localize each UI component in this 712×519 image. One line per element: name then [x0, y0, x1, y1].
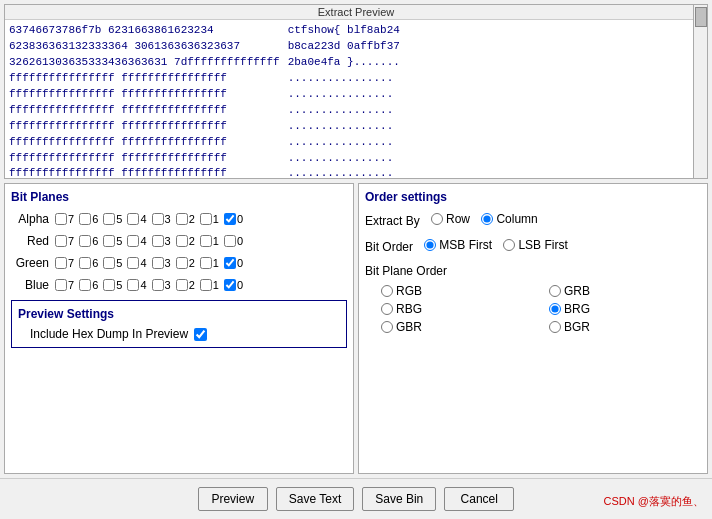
alpha-bit6: 6: [79, 213, 98, 225]
include-hex-checkbox[interactable]: [194, 328, 207, 341]
alpha-bits: 7 6 5 4 3 2 1 0: [55, 213, 246, 225]
green-bit7: 7: [55, 257, 74, 269]
red-bit0-cb[interactable]: [224, 235, 236, 247]
red-bit2-label: 2: [189, 235, 195, 247]
blue-bit7: 7: [55, 279, 74, 291]
msb-radio[interactable]: [424, 239, 436, 251]
green-row: Green 7 6 5 4 3 2 1 0: [11, 256, 347, 270]
preview-settings: Preview Settings Include Hex Dump In Pre…: [11, 300, 347, 348]
hex-preview-area: Extract Preview 63746673786f7b 623166386…: [4, 4, 708, 179]
alpha-bit6-cb[interactable]: [79, 213, 91, 225]
blue-bit1-cb[interactable]: [200, 279, 212, 291]
alpha-bit5-label: 5: [116, 213, 122, 225]
preview-settings-row: Include Hex Dump In Preview: [18, 327, 340, 341]
green-bit5-cb[interactable]: [103, 257, 115, 269]
alpha-bit6-label: 6: [92, 213, 98, 225]
alpha-bit2-cb[interactable]: [176, 213, 188, 225]
alpha-bit1-cb[interactable]: [200, 213, 212, 225]
bgr-radio[interactable]: [549, 321, 561, 333]
rbg-item: RBG: [381, 302, 533, 316]
extract-row-label: Row: [446, 212, 470, 226]
msb-label: MSB First: [439, 238, 492, 252]
hex-col1: 63746673786f7b 6231663861623234 62383636…: [9, 23, 280, 179]
alpha-bit7: 7: [55, 213, 74, 225]
blue-bit4-cb[interactable]: [127, 279, 139, 291]
green-bit6-cb[interactable]: [79, 257, 91, 269]
alpha-bit0-cb[interactable]: [224, 213, 236, 225]
green-bit3: 3: [152, 257, 171, 269]
alpha-bit4-cb[interactable]: [127, 213, 139, 225]
red-bit5-cb[interactable]: [103, 235, 115, 247]
watermark: CSDN @落寞的鱼、: [604, 494, 704, 509]
grb-radio[interactable]: [549, 285, 561, 297]
extract-col-radio[interactable]: [481, 213, 493, 225]
extract-row-radio[interactable]: [431, 213, 443, 225]
lsb-label: LSB First: [518, 238, 567, 252]
green-bit4-cb[interactable]: [127, 257, 139, 269]
msb-item: MSB First: [424, 238, 492, 252]
alpha-bit1-label: 1: [213, 213, 219, 225]
brg-item: BRG: [549, 302, 701, 316]
extract-col-item: Column: [481, 212, 537, 226]
red-bit2-cb[interactable]: [176, 235, 188, 247]
alpha-bit2-label: 2: [189, 213, 195, 225]
green-bit1-cb[interactable]: [200, 257, 212, 269]
gbr-label: GBR: [396, 320, 422, 334]
rbg-radio[interactable]: [381, 303, 393, 315]
brg-radio[interactable]: [549, 303, 561, 315]
green-bit2-cb[interactable]: [176, 257, 188, 269]
hex-content: 63746673786f7b 6231663861623234 62383636…: [5, 5, 707, 179]
alpha-bit7-cb[interactable]: [55, 213, 67, 225]
blue-bit3-cb[interactable]: [152, 279, 164, 291]
red-row: Red 7 6 5 4 3 2 1 0: [11, 234, 347, 248]
blue-bit0-cb[interactable]: [224, 279, 236, 291]
bit-order-group: Bit Order MSB First LSB First: [365, 238, 701, 254]
middle-section: Bit Planes Alpha 7 6 5 4 3 2 1 0 Red: [0, 179, 712, 478]
green-bit2: 2: [176, 257, 195, 269]
blue-bit5: 5: [103, 279, 122, 291]
red-bit4-cb[interactable]: [127, 235, 139, 247]
save-text-button[interactable]: Save Text: [276, 487, 354, 511]
blue-bit6-cb[interactable]: [79, 279, 91, 291]
lsb-radio[interactable]: [503, 239, 515, 251]
green-bit7-cb[interactable]: [55, 257, 67, 269]
alpha-bit7-label: 7: [68, 213, 74, 225]
alpha-bit3-label: 3: [165, 213, 171, 225]
red-bit3: 3: [152, 235, 171, 247]
scrollbar-thumb[interactable]: [695, 7, 707, 27]
bgr-label: BGR: [564, 320, 590, 334]
grb-label: GRB: [564, 284, 590, 298]
green-bit0-label: 0: [237, 257, 243, 269]
extract-by-group: Extract By Row Column: [365, 212, 701, 228]
red-bit3-cb[interactable]: [152, 235, 164, 247]
extract-by-options: Row Column: [431, 214, 538, 228]
red-bit6-cb[interactable]: [79, 235, 91, 247]
bit-plane-order-group: Bit Plane Order RGB GRB RBG: [365, 264, 701, 334]
red-bit1-cb[interactable]: [200, 235, 212, 247]
green-bit6: 6: [79, 257, 98, 269]
extract-by-text: Extract By: [365, 214, 420, 228]
cancel-button[interactable]: Cancel: [444, 487, 514, 511]
red-bit7-cb[interactable]: [55, 235, 67, 247]
rgb-radio[interactable]: [381, 285, 393, 297]
green-bit0-cb[interactable]: [224, 257, 236, 269]
blue-bit7-cb[interactable]: [55, 279, 67, 291]
alpha-bit3-cb[interactable]: [152, 213, 164, 225]
save-bin-button[interactable]: Save Bin: [362, 487, 436, 511]
blue-bit1-label: 1: [213, 279, 219, 291]
red-bit0: 0: [224, 235, 243, 247]
bit-planes-title: Bit Planes: [11, 190, 347, 204]
blue-bit6: 6: [79, 279, 98, 291]
scrollbar[interactable]: [693, 5, 707, 178]
alpha-bit4-label: 4: [140, 213, 146, 225]
blue-bit5-cb[interactable]: [103, 279, 115, 291]
right-panel: Order settings Extract By Row Column: [358, 183, 708, 474]
gbr-radio[interactable]: [381, 321, 393, 333]
blue-bit2-cb[interactable]: [176, 279, 188, 291]
alpha-bit5-cb[interactable]: [103, 213, 115, 225]
preview-button[interactable]: Preview: [198, 487, 268, 511]
green-bit3-cb[interactable]: [152, 257, 164, 269]
blue-bit0-label: 0: [237, 279, 243, 291]
blue-bit5-label: 5: [116, 279, 122, 291]
main-container: Extract Preview 63746673786f7b 623166386…: [0, 0, 712, 519]
